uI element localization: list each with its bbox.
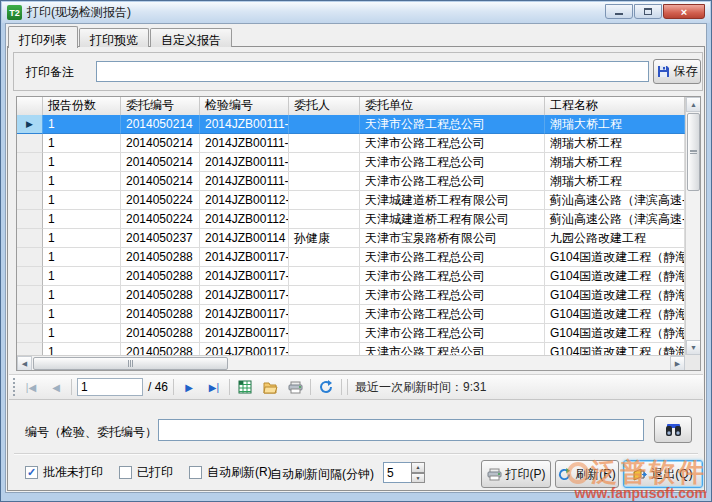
minimize-button[interactable]	[605, 4, 633, 19]
table-cell[interactable]: 孙健康	[289, 229, 360, 248]
table-cell[interactable]: 潮瑞大桥工程	[545, 115, 685, 134]
table-cell[interactable]: 2014JZB00111-2	[200, 134, 289, 153]
row-selector[interactable]	[17, 172, 43, 191]
table-cell[interactable]: 2014050288	[121, 286, 200, 305]
table-cell[interactable]: 2014JZB00117-1	[200, 248, 289, 267]
spinner-up-icon[interactable]: ▲	[411, 462, 425, 473]
table-cell[interactable]: 1	[43, 229, 121, 248]
refresh-interval-spinner[interactable]: ▲ ▼	[383, 462, 425, 483]
table-row[interactable]: 120140502142014JZB00111-4天津市公路工程总公司潮瑞大桥工…	[17, 172, 685, 191]
table-cell[interactable]: 天津城建道桥工程有限公司	[360, 210, 545, 229]
table-cell[interactable]: 2014050224	[121, 210, 200, 229]
table-cell[interactable]: G104国道改建工程（静海段	[545, 305, 685, 324]
table-cell[interactable]: 1	[43, 134, 121, 153]
column-header[interactable]: 委托单位	[360, 97, 545, 115]
checkbox-item[interactable]: 自动刷新(R)	[189, 464, 272, 481]
table-cell[interactable]: 2014JZB00114	[200, 229, 289, 248]
row-selector[interactable]	[17, 305, 43, 324]
table-cell[interactable]: 天津市公路工程总公司	[360, 267, 545, 286]
checkbox-box[interactable]: ✓	[25, 466, 38, 479]
horizontal-scroll-thumb[interactable]	[33, 357, 228, 370]
print-note-input[interactable]	[96, 61, 649, 82]
scroll-right-icon[interactable]: ▶	[670, 356, 685, 371]
row-selector[interactable]	[17, 343, 43, 355]
tab-print-list[interactable]: 打印列表	[8, 26, 78, 48]
table-cell[interactable]: 2014JZB00117-3	[200, 286, 289, 305]
table-cell[interactable]	[289, 134, 360, 153]
table-cell[interactable]: 天津城建道桥工程有限公司	[360, 191, 545, 210]
table-row[interactable]: 120140502882014JZB00117-4天津市公路工程总公司G104国…	[17, 305, 685, 324]
previous-page-button[interactable]: ◀	[46, 378, 66, 396]
table-cell[interactable]: 2014JZB00117-5	[200, 324, 289, 343]
table-cell[interactable]: G104国道改建工程（静海段	[545, 286, 685, 305]
table-row[interactable]: 120140502882014JZB00117-5天津市公路工程总公司G104国…	[17, 324, 685, 343]
row-selector[interactable]	[17, 191, 43, 210]
table-cell[interactable]	[289, 153, 360, 172]
row-selector[interactable]: ▶	[17, 115, 43, 134]
row-selector[interactable]	[17, 324, 43, 343]
maximize-button[interactable]	[634, 4, 662, 19]
vertical-scroll-thumb[interactable]	[687, 113, 700, 191]
table-cell[interactable]: 1	[43, 286, 121, 305]
table-row[interactable]: 120140502372014JZB00114孙健康天津市宝泉路桥有限公司九园公…	[17, 229, 685, 248]
table-cell[interactable]: 潮瑞大桥工程	[545, 134, 685, 153]
table-cell[interactable]: 2014050288	[121, 305, 200, 324]
table-cell[interactable]: 2014050288	[121, 324, 200, 343]
table-cell[interactable]: 蓟汕高速公路（津滨高速-津	[545, 210, 685, 229]
table-cell[interactable]: 天津市公路工程总公司	[360, 134, 545, 153]
table-cell[interactable]: 2014JZB00111-1	[200, 115, 289, 134]
table-row[interactable]: 120140502142014JZB00111-2天津市公路工程总公司潮瑞大桥工…	[17, 134, 685, 153]
row-selector[interactable]	[17, 229, 43, 248]
table-cell[interactable]: G104国道改建工程（静海段	[545, 267, 685, 286]
table-cell[interactable]: 1	[43, 248, 121, 267]
table-cell[interactable]: 1	[43, 343, 121, 355]
table-cell[interactable]: 天津市宝泉路桥有限公司	[360, 229, 545, 248]
table-cell[interactable]: 潮瑞大桥工程	[545, 172, 685, 191]
close-button[interactable]: ×	[663, 4, 705, 19]
checkbox-item[interactable]: 已打印	[119, 464, 173, 481]
table-cell[interactable]: 2014050237	[121, 229, 200, 248]
table-cell[interactable]: 2014050214	[121, 153, 200, 172]
number-search-input[interactable]	[158, 419, 644, 441]
table-cell[interactable]	[289, 172, 360, 191]
table-cell[interactable]: 天津市公路工程总公司	[360, 343, 545, 355]
table-cell[interactable]	[289, 286, 360, 305]
table-cell[interactable]	[289, 324, 360, 343]
column-header[interactable]: 委托编号	[121, 97, 200, 115]
table-cell[interactable]: 1	[43, 172, 121, 191]
table-cell[interactable]: 天津市公路工程总公司	[360, 172, 545, 191]
table-cell[interactable]	[289, 115, 360, 134]
exit-button[interactable]: 退出(Q)	[623, 460, 703, 488]
column-header[interactable]: 检验编号	[200, 97, 289, 115]
table-cell[interactable]: 2014JZB00117-4	[200, 305, 289, 324]
table-cell[interactable]: 天津市公路工程总公司	[360, 153, 545, 172]
print-button[interactable]: 打印(P)	[481, 460, 551, 488]
table-cell[interactable]: 2014JZB00111-4	[200, 172, 289, 191]
column-header[interactable]: 工程名称	[545, 97, 685, 115]
table-cell[interactable]: 1	[43, 210, 121, 229]
row-selector[interactable]	[17, 134, 43, 153]
table-cell[interactable]	[289, 343, 360, 355]
table-row[interactable]: 120140502882014JZB00117-1天津市公路工程总公司G104国…	[17, 248, 685, 267]
tab-print-preview[interactable]: 打印预览	[79, 28, 149, 47]
row-selector[interactable]	[17, 286, 43, 305]
table-cell[interactable]: 2014050288	[121, 343, 200, 355]
row-selector[interactable]	[17, 267, 43, 286]
column-header[interactable]: 报告份数	[43, 97, 121, 115]
table-row[interactable]: 120140502882014JZB00117-2天津市公路工程总公司G104国…	[17, 267, 685, 286]
table-cell[interactable]: 天津市公路工程总公司	[360, 305, 545, 324]
find-button[interactable]	[654, 416, 692, 443]
table-cell[interactable]: 天津市公路工程总公司	[360, 324, 545, 343]
table-cell[interactable]: 1	[43, 115, 121, 134]
table-cell[interactable]	[289, 248, 360, 267]
table-cell[interactable]: 潮瑞大桥工程	[545, 153, 685, 172]
folder-open-icon[interactable]	[260, 378, 280, 397]
table-cell[interactable]: 2014050288	[121, 248, 200, 267]
table-cell[interactable]: 2014JZB00111-3	[200, 153, 289, 172]
row-selector[interactable]	[17, 248, 43, 267]
row-selector[interactable]	[17, 153, 43, 172]
horizontal-scrollbar[interactable]: ◀ ▶	[17, 355, 685, 370]
table-cell[interactable]: 天津市公路工程总公司	[360, 248, 545, 267]
table-cell[interactable]: 1	[43, 305, 121, 324]
scroll-up-icon[interactable]: ▲	[686, 97, 701, 112]
